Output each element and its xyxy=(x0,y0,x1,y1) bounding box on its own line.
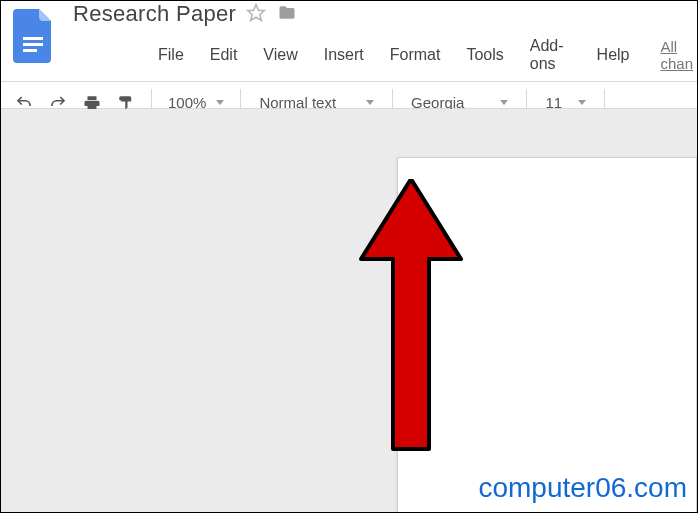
caret-down-icon xyxy=(500,100,508,105)
menu-edit[interactable]: Edit xyxy=(197,42,251,68)
svg-rect-1 xyxy=(23,43,43,46)
svg-rect-0 xyxy=(23,37,43,40)
changes-saved-link[interactable]: All chan xyxy=(660,38,697,72)
svg-rect-2 xyxy=(23,49,37,52)
menu-format[interactable]: Format xyxy=(377,42,454,68)
svg-marker-3 xyxy=(248,4,265,20)
document-workspace: computer06.com xyxy=(1,109,697,513)
menu-help[interactable]: Help xyxy=(584,42,643,68)
caret-down-icon xyxy=(578,100,586,105)
menu-bar: File Edit View Insert Format Tools Add-o… xyxy=(145,33,697,77)
star-icon[interactable] xyxy=(246,3,266,26)
caret-down-icon xyxy=(366,100,374,105)
menu-addons[interactable]: Add-ons xyxy=(517,33,584,77)
menu-tools[interactable]: Tools xyxy=(453,42,516,68)
document-page[interactable] xyxy=(397,157,697,513)
caret-down-icon xyxy=(216,100,224,105)
title-area: Research Paper File Edit View Insert For… xyxy=(73,1,697,77)
document-title[interactable]: Research Paper xyxy=(73,1,236,27)
watermark-text: computer06.com xyxy=(478,472,687,504)
move-to-folder-icon[interactable] xyxy=(276,3,298,26)
menu-view[interactable]: View xyxy=(250,42,310,68)
app-header: Research Paper File Edit View Insert For… xyxy=(1,1,697,109)
docs-app-icon[interactable] xyxy=(11,7,57,65)
menu-insert[interactable]: Insert xyxy=(311,42,377,68)
menu-file[interactable]: File xyxy=(145,42,197,68)
